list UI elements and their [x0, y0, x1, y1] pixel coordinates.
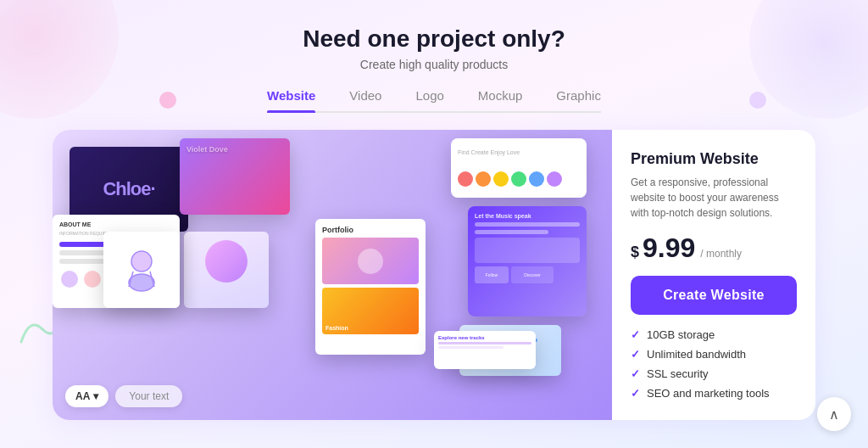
app-bar-2: [475, 230, 548, 234]
pricing-panel: Premium Website Get a responsive, profes…: [612, 130, 815, 420]
app-card-1: [475, 238, 580, 263]
font-selector-arrow: ▾: [93, 390, 98, 402]
pricing-description: Get a responsive, professional website t…: [631, 175, 797, 221]
page-wrapper: Need one project only? Create high quali…: [0, 0, 868, 448]
feature-bandwidth-label: Unlimited bandwidth: [647, 348, 746, 361]
price-value: 9.99: [643, 232, 695, 264]
preview-area: Chloe· Violet Dove Find Create Enjoy Lov…: [53, 130, 612, 420]
bg-decoration-purple: [749, 0, 868, 119]
check-icon-ssl: ✓: [631, 367, 640, 380]
services-icon-2: [84, 271, 101, 288]
feature-seo-label: SEO and marketing tools: [647, 387, 770, 400]
mockup-color-palette: Find Create Enjoy Love: [451, 138, 587, 198]
illustration-svg: [116, 244, 167, 295]
portfolio-image-1: [322, 238, 419, 284]
page-subtitle: Create high quality products: [303, 58, 565, 71]
feature-storage-label: 10GB storage: [647, 328, 715, 341]
price-dollar-sign: $: [631, 244, 639, 261]
mockup-illustration: [103, 232, 180, 308]
bg-circle-pink: [159, 92, 176, 109]
palette-dot-green: [511, 171, 526, 187]
tabs-container: Website Video Logo Mockup Graphic: [267, 88, 601, 113]
mockup-app-preview: Let the Music speak Follow Discover: [468, 206, 587, 316]
tab-logo[interactable]: Logo: [415, 88, 443, 111]
services-icon-1: [61, 271, 78, 288]
svg-point-1: [129, 274, 154, 291]
features-list: ✓ 10GB storage ✓ Unlimited bandwidth ✓ S…: [631, 328, 797, 400]
mockup-portfolio: Portfolio Fashion: [315, 219, 426, 355]
palette-dot-orange: [476, 171, 491, 187]
page-header: Need one project only? Create high quali…: [303, 25, 565, 71]
svg-point-0: [131, 251, 152, 272]
mockup-person-portrait: [184, 232, 269, 308]
mockup-chloe-text: Chloe·: [103, 178, 154, 200]
feature-bandwidth: ✓ Unlimited bandwidth: [631, 348, 797, 361]
palette-dot-yellow: [493, 171, 509, 187]
pricing-title: Premium Website: [631, 150, 797, 168]
feature-ssl: ✓ SSL security: [631, 367, 797, 380]
mockup-violet-dove: Violet Dove: [180, 138, 290, 215]
app-button-1: Follow: [475, 266, 509, 283]
font-selector[interactable]: AA ▾: [65, 385, 108, 407]
portfolio-title: Portfolio: [322, 226, 419, 234]
palette-dot-blue: [529, 171, 544, 187]
mockup-explore: Explore new tracks: [434, 331, 536, 369]
bg-circle-right: [749, 92, 766, 109]
palette-dot-purple: [547, 171, 562, 187]
bg-decoration-pink: [0, 0, 119, 119]
main-content-card: Chloe· Violet Dove Find Create Enjoy Lov…: [53, 130, 815, 420]
text-input-preview: Your text: [115, 385, 182, 407]
portfolio-image-2: Fashion: [322, 288, 419, 334]
price-period: / monthly: [700, 248, 742, 260]
feature-seo: ✓ SEO and marketing tools: [631, 387, 797, 400]
check-icon-bandwidth: ✓: [631, 348, 640, 361]
check-icon-seo: ✓: [631, 387, 640, 400]
scroll-to-top-button[interactable]: ∧: [817, 397, 851, 431]
feature-ssl-label: SSL security: [647, 367, 709, 380]
tab-video[interactable]: Video: [349, 88, 381, 111]
text-placeholder: Your text: [129, 390, 169, 402]
pricing-amount: $ 9.99 / monthly: [631, 232, 797, 264]
check-icon-storage: ✓: [631, 328, 640, 341]
font-selector-label: AA: [75, 390, 90, 402]
tab-graphic[interactable]: Graphic: [556, 88, 601, 111]
palette-dot-red: [458, 171, 473, 187]
tab-website[interactable]: Website: [267, 88, 315, 111]
preview-controls: AA ▾ Your text: [65, 385, 182, 407]
create-website-button[interactable]: Create Website: [631, 276, 797, 315]
app-button-2: Discover: [511, 266, 554, 283]
feature-storage: ✓ 10GB storage: [631, 328, 797, 341]
tab-mockup[interactable]: Mockup: [478, 88, 523, 111]
page-title: Need one project only?: [303, 25, 565, 53]
app-bar-1: [475, 222, 580, 227]
